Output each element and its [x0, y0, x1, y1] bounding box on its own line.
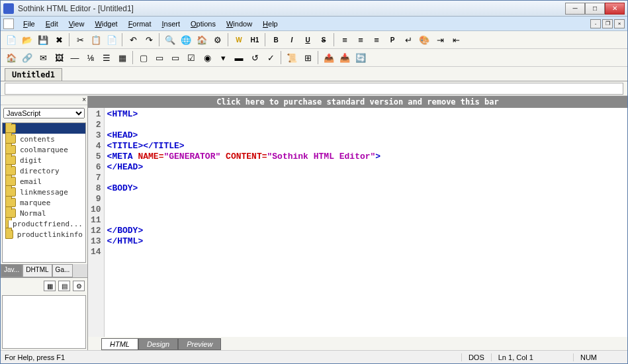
menu-widget[interactable]: Widget — [89, 19, 122, 29]
sidebar-tab[interactable]: Ga... — [52, 264, 73, 277]
sidebar-category-select[interactable]: JavaScript — [3, 108, 85, 118]
sidebar-list: contentscoolmarqueedigitdirectoryemailli… — [2, 122, 86, 263]
editor-tab-html[interactable]: HTML — [101, 338, 138, 350]
ol-button[interactable]: ⅛ — [83, 50, 98, 65]
status-bar: For Help, press F1 DOS Ln 1, Col 1 NUM — [1, 350, 627, 363]
sidebar-item[interactable]: productfriend... — [3, 218, 85, 229]
save-button[interactable]: 💾 — [36, 32, 50, 47]
menu-options[interactable]: Options — [185, 19, 221, 29]
paragraph-button[interactable]: P — [385, 32, 400, 47]
upload-button[interactable]: 📤 — [322, 50, 336, 65]
home-button[interactable]: 🏠 — [4, 50, 19, 65]
reset-button[interactable]: ↺ — [247, 50, 262, 65]
toolbar-2: 🏠 🔗 ✉ 🖼 — ⅛ ☰ ▦ ▢ ▭ ▭ ☑ ◉ ▾ ▬ ↺ ✓ 📜 ⊞ 📤 … — [1, 49, 627, 67]
status-position: Ln 1, Col 1 — [491, 353, 540, 361]
underline-button[interactable]: U — [300, 32, 315, 47]
button-button[interactable]: ▬ — [232, 50, 246, 65]
document-tab[interactable]: Untitled1 — [5, 68, 62, 81]
mail-button[interactable]: ✉ — [36, 50, 50, 65]
form-button[interactable]: ▢ — [136, 50, 151, 65]
site-button[interactable]: 🏠 — [195, 32, 209, 47]
copy-button[interactable]: 📋 — [89, 32, 103, 47]
align-center-button[interactable]: ≡ — [353, 32, 368, 47]
paste-button[interactable]: 📄 — [105, 32, 119, 47]
close-button[interactable]: ✕ — [605, 3, 625, 15]
find-button[interactable]: 🔍 — [163, 32, 177, 47]
address-input[interactable] — [5, 83, 623, 95]
sync-button[interactable]: 🔄 — [353, 50, 368, 65]
minimize-button[interactable]: ─ — [565, 3, 585, 15]
sidebar-item[interactable] — [3, 123, 85, 134]
link-button[interactable]: 🔗 — [20, 50, 34, 65]
sidebar-item[interactable]: linkmessage — [3, 187, 85, 197]
undo-button[interactable]: ↶ — [126, 32, 140, 47]
sidebar-close[interactable]: × — [1, 96, 87, 105]
textarea-button[interactable]: ▭ — [168, 50, 183, 65]
check-button[interactable]: ☑ — [184, 50, 199, 65]
status-numlock: NUM — [573, 353, 604, 361]
maximize-button[interactable]: □ — [585, 3, 605, 15]
redo-button[interactable]: ↷ — [142, 32, 156, 47]
menu-help[interactable]: Help — [257, 19, 283, 29]
view-icon-3[interactable]: ⚙ — [73, 281, 85, 291]
editor-tab-design[interactable]: Design — [138, 338, 178, 350]
indent-button[interactable]: ⇥ — [433, 32, 447, 47]
editor-view-tabs: HTMLDesignPreview — [88, 337, 627, 350]
sidebar-item[interactable]: marquee — [3, 197, 85, 208]
bold-button[interactable]: B — [269, 32, 283, 47]
newline-button[interactable]: ↵ — [401, 32, 416, 47]
browser-button[interactable]: 🌐 — [179, 32, 193, 47]
menu-edit[interactable]: Edit — [40, 19, 64, 29]
radio-button[interactable]: ◉ — [200, 50, 214, 65]
open-button[interactable]: 📂 — [20, 32, 34, 47]
sidebar-preview — [2, 295, 86, 349]
submit-button[interactable]: ✓ — [263, 50, 278, 65]
ul-button[interactable]: ☰ — [99, 50, 114, 65]
highlight-button[interactable]: W — [232, 32, 246, 47]
document-icon — [3, 19, 14, 29]
toolbar-1: 📄 📂 💾 ✖ ✂ 📋 📄 ↶ ↷ 🔍 🌐 🏠 ⚙ W H1 B I U S ≡… — [1, 31, 627, 49]
sidebar-tab[interactable]: DHTML — [22, 264, 52, 277]
new-button[interactable]: 📄 — [4, 32, 19, 47]
mdi-close[interactable]: × — [614, 19, 625, 28]
window-title: Sothink HTML Editor - [Untitled1] — [18, 4, 134, 13]
code-editor[interactable]: 1234567891011121314 <HTML><HEAD><TITLE><… — [88, 108, 627, 337]
script-button[interactable]: 📜 — [285, 50, 299, 65]
strike-button[interactable]: S — [316, 32, 331, 47]
menu-insert[interactable]: Insert — [156, 19, 185, 29]
table-button[interactable]: ▦ — [115, 50, 130, 65]
palette-button[interactable]: 🎨 — [417, 32, 431, 47]
sidebar-item[interactable]: digit — [3, 155, 85, 165]
image-button[interactable]: 🖼 — [52, 50, 66, 65]
mdi-minimize[interactable]: - — [590, 19, 601, 28]
close-doc-button[interactable]: ✖ — [52, 32, 66, 47]
settings-button[interactable]: ⚙ — [210, 32, 225, 47]
select-button[interactable]: ▾ — [216, 50, 230, 65]
sidebar-item[interactable]: email — [3, 176, 85, 187]
editor-tab-preview[interactable]: Preview — [178, 338, 221, 350]
outdent-button[interactable]: ⇤ — [449, 32, 463, 47]
sidebar-tab[interactable]: Jav... — [1, 264, 22, 277]
sidebar-item[interactable]: coolmarquee — [3, 144, 85, 155]
menu-format[interactable]: Format — [123, 19, 157, 29]
dash-button[interactable]: — — [67, 50, 82, 65]
download-button[interactable]: 📥 — [337, 50, 352, 65]
purchase-banner[interactable]: Click here to purchase standard version … — [88, 96, 627, 108]
sidebar-item[interactable]: productlinkinfo — [3, 229, 85, 240]
align-left-button[interactable]: ≡ — [337, 32, 352, 47]
sidebar-item[interactable]: Normal — [3, 208, 85, 218]
sidebar-item[interactable]: contents — [3, 134, 85, 144]
align-right-button[interactable]: ≡ — [369, 32, 384, 47]
view-icon-1[interactable]: ▦ — [44, 281, 56, 291]
heading-button[interactable]: H1 — [247, 32, 262, 47]
sidebar-item[interactable]: directory — [3, 165, 85, 176]
menu-view[interactable]: View — [64, 19, 90, 29]
cut-button[interactable]: ✂ — [73, 32, 87, 47]
input-button[interactable]: ▭ — [152, 50, 167, 65]
mdi-restore[interactable]: ❐ — [602, 19, 613, 28]
menu-file[interactable]: File — [18, 19, 40, 29]
view-icon-2[interactable]: ▤ — [58, 281, 70, 291]
frame-button[interactable]: ⊞ — [300, 50, 315, 65]
menu-window[interactable]: Window — [221, 19, 257, 29]
italic-button[interactable]: I — [285, 32, 299, 47]
